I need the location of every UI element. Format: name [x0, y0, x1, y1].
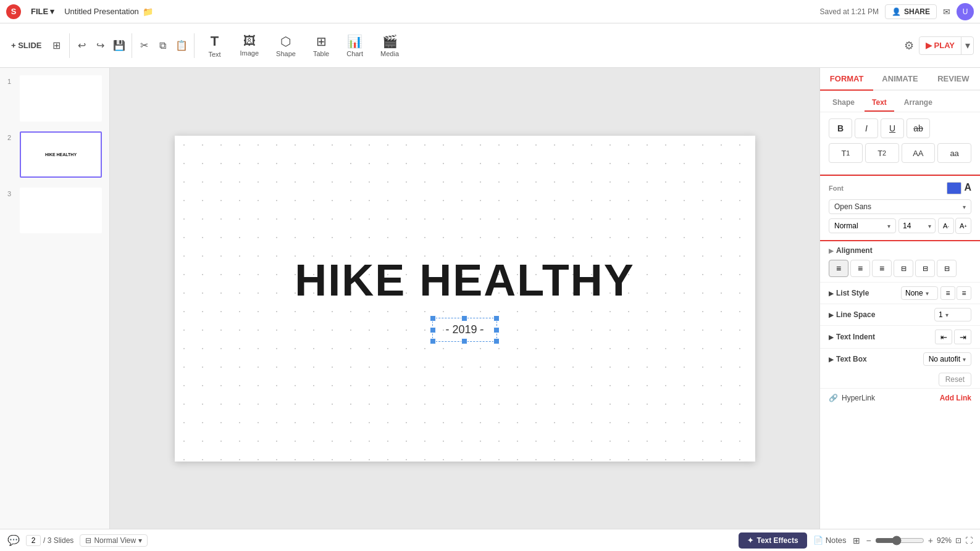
slide-thumbnail-3[interactable]: 3 — [5, 185, 104, 236]
indent-increase-btn[interactable]: ⇥ — [954, 329, 971, 344]
subtab-text[interactable]: Text — [865, 94, 894, 112]
text-tool[interactable]: T Text — [199, 31, 230, 60]
align-left-btn[interactable]: ≡ — [829, 260, 848, 277]
file-menu[interactable]: FILE ▾ — [27, 6, 58, 17]
caps-upper-button[interactable]: AA — [902, 143, 936, 163]
list-btn-2[interactable]: ≡ — [957, 286, 971, 300]
handle-tl[interactable] — [430, 315, 436, 321]
chart-tool[interactable]: 📊 Chart — [339, 31, 371, 60]
tab-format[interactable]: FORMAT — [820, 68, 873, 91]
subtitle-text[interactable]: - 2019 - — [445, 323, 484, 336]
superscript-button[interactable]: T1 — [829, 143, 863, 163]
handle-tm[interactable] — [461, 315, 467, 321]
notes-button[interactable]: 📄 Notes — [813, 536, 847, 545]
media-tool[interactable]: 🎬 Media — [373, 31, 406, 60]
text-box-select[interactable]: No autofit ▾ — [923, 352, 971, 366]
alignment-header[interactable]: ▶ Alignment — [829, 246, 971, 255]
handle-mr[interactable] — [493, 327, 500, 333]
cut-button[interactable]: ✂ — [136, 37, 153, 54]
text-box-label[interactable]: ▶ Text Box — [829, 355, 867, 363]
view-label: Normal View — [94, 536, 136, 545]
add-slide-button[interactable]: + SLIDE — [6, 38, 47, 52]
subtitle-container[interactable]: - 2019 - — [432, 318, 496, 342]
zoom-fit-icon[interactable]: ⊡ — [955, 536, 961, 545]
align-justify-center-btn[interactable]: ⊟ — [915, 260, 935, 277]
save-button[interactable]: 💾 — [111, 37, 128, 54]
fullscreen-icon[interactable]: ⛶ — [965, 536, 973, 545]
list-btn-1[interactable]: ≡ — [940, 286, 955, 300]
subtab-arrange[interactable]: Arrange — [897, 94, 940, 112]
play-dropdown[interactable]: ▾ — [961, 37, 973, 54]
font-size-decrease[interactable]: A- — [938, 218, 954, 234]
align-center-btn[interactable]: ≡ — [850, 260, 870, 277]
slide-preview-2[interactable]: HIKE HEALTHY — [20, 131, 102, 178]
line-space-select[interactable]: 1 ▾ — [934, 308, 971, 321]
line-space-chevron: ▾ — [945, 312, 949, 318]
share-button[interactable]: 👤 SHARE — [885, 4, 937, 19]
handle-bl[interactable] — [430, 338, 436, 344]
zoom-slider[interactable] — [875, 536, 924, 545]
play-button[interactable]: ▶ PLAY — [919, 37, 961, 54]
font-name-select[interactable]: Open Sans ▾ — [829, 199, 971, 214]
zoom-in-icon[interactable]: + — [928, 536, 933, 545]
bottom-right: ✦ Text Effects 📄 Notes ⊞ − + 92% ⊡ ⛶ — [739, 532, 973, 549]
play-triangle-icon: ▶ — [926, 41, 932, 50]
add-link-button[interactable]: Add Link — [940, 394, 971, 402]
slide-canvas[interactable]: HIKE HEALTHY - 2019 - — [175, 136, 755, 462]
list-style-select[interactable]: None ▾ — [901, 286, 938, 300]
thumb2-title: HIKE HEALTHY — [45, 152, 77, 157]
redo-button[interactable]: ↪ — [92, 37, 109, 54]
layout-icon[interactable]: ⊞ — [853, 536, 860, 545]
handle-bm[interactable] — [461, 338, 467, 344]
strikethrough-button[interactable]: ab — [907, 118, 930, 138]
subtab-shape[interactable]: Shape — [825, 94, 862, 112]
slide-thumbnail-1[interactable]: 1 — [5, 73, 104, 124]
indent-decrease-btn[interactable]: ⇤ — [935, 329, 952, 344]
text-indent-label[interactable]: ▶ Text Indent — [829, 333, 875, 341]
superscript-row: T1 T2 AA aa — [829, 143, 971, 163]
presentation-title[interactable]: Untitled Presentation — [64, 7, 139, 16]
chat-icon[interactable]: 💬 — [7, 534, 20, 546]
mail-icon[interactable]: ✉ — [943, 7, 950, 17]
font-color-swatch[interactable] — [947, 182, 961, 194]
tab-animate[interactable]: ANIMATE — [873, 68, 926, 91]
underline-button[interactable]: U — [881, 118, 904, 138]
handle-br[interactable] — [493, 338, 500, 344]
align-justify-right-btn[interactable]: ⊟ — [937, 260, 957, 277]
font-style-select[interactable]: Normal ▾ — [829, 218, 896, 233]
slide-preview-1[interactable] — [20, 75, 102, 122]
line-space-label[interactable]: ▶ Line Space — [829, 310, 875, 319]
paste-button[interactable]: 📋 — [173, 37, 190, 54]
image-tool[interactable]: 🖼 Image — [233, 31, 267, 59]
font-color-a[interactable]: A — [964, 182, 971, 194]
align-justify-left-btn[interactable]: ⊟ — [894, 260, 913, 277]
grid-view-button[interactable]: ⊞ — [48, 37, 65, 54]
view-button[interactable]: ⊟ Normal View ▾ — [80, 534, 148, 547]
handle-ml[interactable] — [430, 327, 436, 333]
user-avatar[interactable]: U — [957, 3, 974, 20]
table-tool[interactable]: ⊞ Table — [306, 31, 337, 60]
italic-button[interactable]: I — [855, 118, 878, 138]
copy-button[interactable]: ⧉ — [154, 37, 172, 54]
font-size-select[interactable]: 14 ▾ — [898, 218, 936, 233]
align-right-btn[interactable]: ≡ — [872, 260, 892, 277]
font-size-increase[interactable]: A+ — [955, 218, 971, 234]
main-title[interactable]: HIKE HEALTHY — [295, 255, 635, 305]
text-effects-button[interactable]: ✦ Text Effects — [739, 532, 806, 549]
zoom-out-icon[interactable]: − — [866, 536, 871, 545]
list-style-label[interactable]: ▶ List Style — [829, 289, 869, 297]
bold-button[interactable]: B — [829, 118, 852, 138]
settings-icon[interactable]: ⚙ — [904, 39, 914, 52]
reset-button[interactable]: Reset — [939, 373, 971, 386]
slide-thumbnail-2[interactable]: 2 HIKE HEALTHY — [5, 129, 104, 180]
slide-preview-3[interactable] — [20, 188, 102, 234]
subscript-button[interactable]: T2 — [865, 143, 899, 163]
tab-review[interactable]: REVIEW — [927, 68, 980, 91]
undo-button[interactable]: ↩ — [73, 37, 91, 54]
handle-tr[interactable] — [493, 315, 500, 321]
shape-tool[interactable]: ⬡ Shape — [269, 31, 303, 60]
caps-lower-button[interactable]: aa — [937, 143, 971, 163]
slide-number-input[interactable] — [26, 535, 41, 546]
canvas-area[interactable]: HIKE HEALTHY - 2019 - — [110, 68, 819, 529]
subtitle-box[interactable]: - 2019 - — [432, 318, 496, 342]
